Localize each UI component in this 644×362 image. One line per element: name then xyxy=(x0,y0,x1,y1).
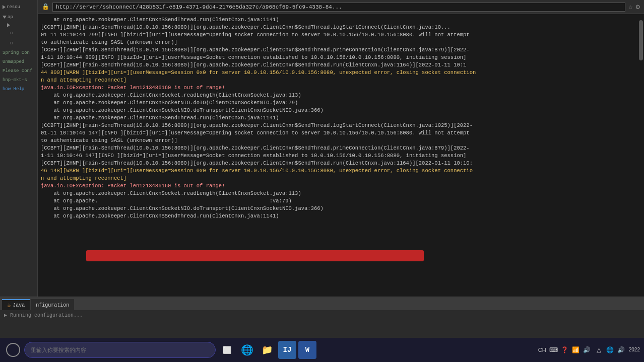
sidebar-item-ap[interactable]: ap xyxy=(1,12,36,22)
sidebar-item-child3[interactable]: ◻ xyxy=(1,38,36,48)
log-line-9: java.io.IOException: Packet len121348616… xyxy=(41,84,641,92)
word-icon: W xyxy=(305,346,309,354)
tray-ch-label: CH xyxy=(538,347,546,353)
log-line-22: java.io.IOException: Packet len121348616… xyxy=(41,182,641,190)
java-icon: ☕ xyxy=(7,302,11,309)
tray-icons-group2: △ 🌐 🔊 xyxy=(595,345,626,354)
scrollbar[interactable] xyxy=(639,20,643,60)
main-area: resou ap ◻ ◻ Spring Con Unmapped Please … xyxy=(0,0,644,297)
log-line-11: at org.apache.zookeeper.ClientCnxnSocket… xyxy=(41,99,641,107)
log-line-15: 01-11 10:10:46 147][INFO ][bizId=][uri=]… xyxy=(41,129,641,137)
taskbar-search-input[interactable] xyxy=(24,342,216,358)
log-line-4: [CCBFT][ZHNP][main-SendThread(10.0.10.15… xyxy=(41,46,641,54)
sidebar-item-child2[interactable]: ◻ xyxy=(1,28,36,38)
log-line-12: at org.apache.zookeeper.ClientCnxnSocket… xyxy=(41,107,641,114)
url-input[interactable] xyxy=(52,3,625,12)
sidebar-item-hnp[interactable]: hnp-mkt-s xyxy=(1,76,36,85)
question-mark-icon[interactable]: ❓ xyxy=(560,345,569,354)
log-line-13: at org.apache.zookeeper.ClientCnxn$SendT… xyxy=(41,114,641,122)
collapse-icon-child xyxy=(7,23,10,27)
up-arrow-icon[interactable]: △ xyxy=(595,345,604,354)
log-line-3: to authenticate using SASL (unknown erro… xyxy=(41,39,641,46)
log-line-24: at org.apache. :va:79) xyxy=(41,197,641,205)
task-view-button[interactable]: ⬜ xyxy=(218,341,236,359)
log-content: at org.apache.zookeeper.ClientCnxn$SendT… xyxy=(38,14,644,297)
word-button[interactable]: W xyxy=(298,341,316,359)
language-icon[interactable]: 🌐 xyxy=(606,345,615,354)
log-line-16: to authenticate using SASL (unknown erro… xyxy=(41,137,641,144)
taskbar: ⬜ 🌐 📁 IJ W CH ⌨ ❓ 📶 🔊 △ 🌐 🔊 2022 xyxy=(0,338,644,362)
sidebar-item-please[interactable]: Please conf xyxy=(1,66,36,76)
log-line-1: [CCBFT][ZHNP][main-SendThread(10.0.10.15… xyxy=(41,24,641,31)
speaker-icon[interactable]: 🔊 xyxy=(583,345,592,354)
tray-icons-group: ⌨ ❓ 📶 🔊 xyxy=(549,345,592,354)
sidebar-item-spring[interactable]: Spring Con xyxy=(1,48,36,57)
task-view-icon: ⬜ xyxy=(223,346,231,354)
log-line-6: [CCBFT][ZHNP][main-SendThread(10.0.10.15… xyxy=(41,61,641,69)
log-line-23: at org.apache.zookeeper.ClientCnxnSocket… xyxy=(41,190,641,197)
show-help-link[interactable]: how Help xyxy=(1,85,36,94)
windows-logo xyxy=(6,343,20,357)
keyboard-icon[interactable]: ⌨ xyxy=(549,345,558,354)
log-line-0: at org.apache.zookeeper.ClientCnxn$SendT… xyxy=(41,16,641,24)
log-line-19: [CCBFT][ZHNP][main-SendThread(10.0.10.15… xyxy=(41,160,641,167)
log-line-2: 01-11 10:10:44 799][INFO ][bizId=][uri=]… xyxy=(41,31,641,39)
sidebar: resou ap ◻ ◻ Spring Con Unmapped Please … xyxy=(0,0,38,297)
log-line-20: 46 148][WARN ][bizId=][uri=][userMessage… xyxy=(41,167,641,175)
clock-display: 2022 xyxy=(629,346,640,353)
intellij-button[interactable]: IJ xyxy=(278,341,296,359)
sidebar-item-unmapped[interactable]: Unmapped xyxy=(1,57,36,66)
lock-icon: 🔒 xyxy=(42,3,49,11)
log-line-17: [CCBFT][ZHNP][main-SendThread(10.0.10.15… xyxy=(41,144,641,152)
folder-icon: 📁 xyxy=(262,344,273,355)
file-explorer-button[interactable]: 📁 xyxy=(258,341,276,359)
log-line-26: at org.apache.zookeeper.ClientCnxn$SendT… xyxy=(41,212,641,220)
collapse-icon xyxy=(3,5,6,9)
bookmark-star-icon[interactable]: ☆ xyxy=(628,3,632,11)
tab-java[interactable]: ☕ Java xyxy=(2,299,30,310)
chrome-button[interactable]: 🌐 xyxy=(238,341,256,359)
ide-bottom-content: ▶ Running configuration... xyxy=(0,310,644,320)
expand-icon xyxy=(3,16,7,19)
url-bar: 🔒 ☆ ⚙ xyxy=(38,0,644,14)
windows-start-button[interactable] xyxy=(4,341,22,359)
log-line-7: 44 800][WARN ][bizId=][uri=][userMessage… xyxy=(41,69,641,77)
chrome-icon: 🌐 xyxy=(241,344,253,356)
log-line-10: at org.apache.zookeeper.ClientCnxnSocket… xyxy=(41,92,641,99)
log-line-8: n and attempting reconnect] xyxy=(41,77,641,84)
console-area: 🔒 ☆ ⚙ at org.apache.zookeeper.ClientCnxn… xyxy=(38,0,644,297)
sidebar-item-child1[interactable] xyxy=(1,22,36,28)
log-line-5: 1-11 10:10:44 800][INFO ][bizId=][uri=][… xyxy=(41,54,641,61)
log-line-18: 1-11 10:10:46 147][INFO ][bizId=][uri=][… xyxy=(41,152,641,160)
extension-icon: ⚙ xyxy=(636,3,640,11)
network-icon[interactable]: 📶 xyxy=(571,345,581,354)
ide-tabs-bar: ☕ Java nfiguration xyxy=(0,297,644,310)
tab-configuration[interactable]: nfiguration xyxy=(31,299,74,310)
ide-bottom-bar: ☕ Java nfiguration ▶ Running configurati… xyxy=(0,297,644,338)
log-line-14: [CCBFT][ZHNP][main-SendThread(10.0.10.15… xyxy=(41,122,641,129)
log-line-25: at org.apache.zookeeper.ClientCnxnSocket… xyxy=(41,205,641,212)
intellij-icon: IJ xyxy=(283,346,292,354)
system-tray: CH ⌨ ❓ 📶 🔊 △ 🌐 🔊 2022 xyxy=(538,345,640,354)
volume-icon2[interactable]: 🔊 xyxy=(617,345,626,354)
log-line-21: n and attempting reconnect] xyxy=(41,175,641,182)
sidebar-item-resou[interactable]: resou xyxy=(1,2,36,12)
